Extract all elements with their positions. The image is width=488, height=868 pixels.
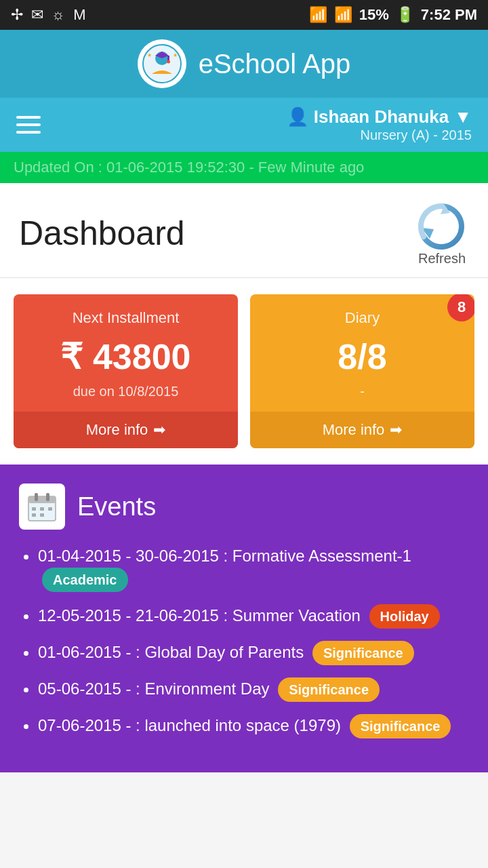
diary-arrow-icon: ➡ [390, 421, 402, 439]
update-banner: Updated On : 01-06-2015 19:52:30 - Few M… [0, 152, 488, 183]
event-tag-3: Significance [278, 677, 380, 702]
svg-rect-11 [35, 493, 38, 501]
installment-card: Next Installment ₹ 43800 due on 10/8/201… [14, 294, 238, 448]
wifi-icon: 📶 [309, 6, 327, 24]
user-class-text: Nursery (A) - 2015 [287, 127, 472, 143]
refresh-icon [415, 199, 469, 254]
list-item: 05-06-2015 - : Environment Day Significa… [38, 677, 469, 702]
battery-icon: 🔋 [396, 6, 414, 24]
svg-rect-17 [40, 513, 44, 517]
user-bar: 👤 Ishaan Dhanuka ▼ Nursery (A) - 2015 [0, 98, 488, 152]
list-item: 01-04-2015 - 30-06-2015 : Formative Asse… [38, 545, 469, 592]
email-icon: ✉ [31, 6, 43, 24]
installment-amount: ₹ 43800 [60, 336, 190, 377]
events-title: Events [77, 492, 156, 521]
dashboard-header: Dashboard Refresh [0, 183, 488, 278]
dashboard-title: Dashboard [19, 214, 185, 253]
diary-value: 8/8 [338, 336, 386, 377]
installment-title: Next Installment [73, 309, 180, 327]
user-info: 👤 Ishaan Dhanuka ▼ Nursery (A) - 2015 [287, 106, 472, 143]
list-item: 01-06-2015 - : Global Day of Parents Sig… [38, 641, 469, 665]
events-list: 01-04-2015 - 30-06-2015 : Formative Asse… [19, 545, 469, 738]
refresh-button[interactable]: Refresh [415, 199, 469, 267]
installment-more-info-label: More info [86, 421, 148, 439]
diary-more-info[interactable]: More info ➡ [250, 412, 474, 448]
event-tag-0: Academic [42, 568, 128, 592]
refresh-label: Refresh [418, 251, 466, 267]
installment-more-info[interactable]: More info ➡ [14, 412, 238, 448]
events-header: Events [19, 484, 469, 530]
app-header: ★ ★ eSchool App [0, 30, 488, 98]
image-icon: ☼ [52, 6, 65, 24]
svg-text:★: ★ [173, 52, 178, 58]
status-bar: ✢ ✉ ☼ M 📶 📶 15% 🔋 7:52 PM [0, 0, 488, 30]
events-section: Events 01-04-2015 - 30-06-2015 : Formati… [0, 465, 488, 772]
installment-card-body: Next Installment ₹ 43800 due on 10/8/201… [14, 294, 238, 412]
diary-sub: - [360, 384, 365, 399]
diary-more-info-label: More info [323, 421, 385, 439]
svg-rect-12 [46, 493, 49, 501]
svg-point-4 [167, 60, 170, 64]
installment-arrow-icon: ➡ [153, 421, 165, 439]
event-tag-1: Holiday [369, 604, 440, 629]
battery-label: 15% [359, 6, 389, 24]
event-text-4: 07-06-2015 - : launched into space (1979… [38, 716, 341, 734]
update-label: Updated On : [14, 159, 102, 176]
svg-rect-16 [32, 513, 36, 517]
event-text-1: 12-05-2015 - 21-06-2015 : Summer Vacatio… [38, 606, 361, 625]
svg-rect-10 [28, 496, 56, 503]
dropdown-arrow-icon: ▼ [454, 106, 472, 127]
svg-text:★: ★ [147, 52, 152, 58]
status-right-icons: 📶 📶 15% 🔋 7:52 PM [309, 6, 477, 24]
diary-title: Diary [345, 309, 380, 327]
signal-icon: 📶 [334, 6, 352, 24]
svg-rect-14 [40, 507, 44, 511]
status-left-icons: ✢ ✉ ☼ M [11, 6, 86, 24]
events-calendar-icon [19, 484, 65, 530]
diary-card-body: Diary 8/8 - [250, 294, 474, 412]
svg-rect-15 [48, 507, 52, 511]
diary-badge: 8 [447, 294, 474, 321]
event-text-0: 01-04-2015 - 30-06-2015 : Formative Asse… [38, 547, 411, 565]
update-value: 01-06-2015 19:52:30 - Few Minute ago [106, 159, 364, 176]
list-item: 12-05-2015 - 21-06-2015 : Summer Vacatio… [38, 604, 469, 629]
usb-icon: ✢ [11, 6, 23, 24]
event-tag-2: Significance [312, 641, 414, 665]
user-person-icon: 👤 [287, 106, 308, 127]
user-name-text: Ishaan Dhanuka [314, 106, 449, 127]
event-text-3: 05-06-2015 - : Environment Day [38, 679, 270, 698]
list-item: 07-06-2015 - : launched into space (1979… [38, 714, 469, 738]
hamburger-menu[interactable] [16, 116, 41, 134]
app-title: eSchool App [199, 49, 351, 79]
event-tag-4: Significance [350, 714, 451, 738]
status-time: 7:52 PM [421, 6, 477, 24]
diary-card: 8 Diary 8/8 - More info ➡ [250, 294, 474, 448]
gmail-icon: M [73, 6, 85, 24]
cards-row: Next Installment ₹ 43800 due on 10/8/201… [0, 278, 488, 465]
svg-rect-13 [32, 507, 36, 511]
event-text-2: 01-06-2015 - : Global Day of Parents [38, 643, 304, 661]
installment-due: due on 10/8/2015 [73, 384, 179, 399]
app-logo: ★ ★ [138, 39, 186, 88]
user-name-row[interactable]: 👤 Ishaan Dhanuka ▼ [287, 106, 472, 127]
